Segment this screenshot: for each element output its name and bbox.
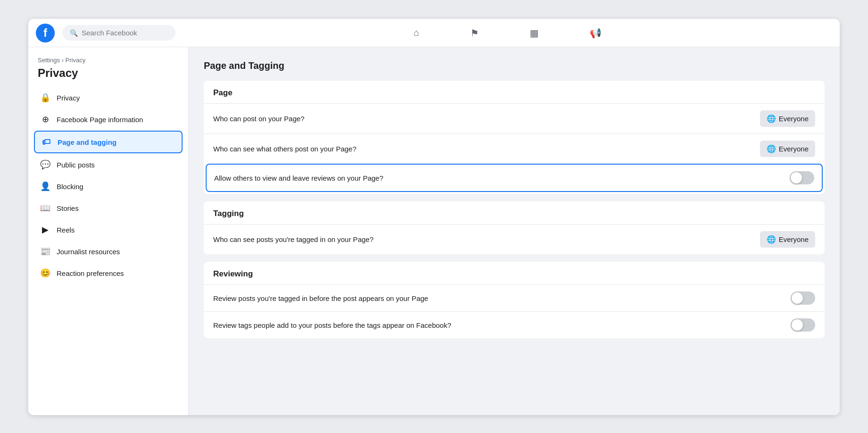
- tagging-section-card: Tagging Who can see posts you're tagged …: [204, 201, 825, 254]
- review-tagged-posts-toggle[interactable]: [791, 291, 815, 305]
- analytics-nav-button[interactable]: ▦: [518, 24, 550, 42]
- book-icon: 📖: [40, 202, 51, 214]
- flag-nav-button[interactable]: ⚑: [459, 24, 490, 42]
- who-can-post-label: Who can post on your Page?: [213, 115, 760, 123]
- tagging-section-header: Tagging: [204, 201, 825, 224]
- allow-reviews-row: Allow others to view and leave reviews o…: [206, 164, 823, 192]
- who-can-post-value: Everyone: [779, 115, 809, 123]
- globe-icon-1: 🌐: [767, 114, 776, 123]
- lock-icon: 🔒: [40, 92, 51, 103]
- sidebar-item-public-posts-label: Public posts: [57, 161, 95, 169]
- who-can-see-tagged-button[interactable]: 🌐 Everyone: [760, 231, 815, 248]
- megaphone-nav-button[interactable]: 📢: [578, 24, 613, 42]
- sidebar-item-stories[interactable]: 📖 Stories: [34, 198, 183, 218]
- person-block-icon: 👤: [40, 181, 51, 192]
- review-tags-toggle[interactable]: [791, 318, 815, 332]
- sidebar-item-page-tagging[interactable]: 🏷 Page and tagging: [34, 131, 183, 153]
- review-tagged-posts-row: Review posts you're tagged in before the…: [204, 284, 825, 311]
- allow-reviews-toggle[interactable]: [790, 171, 814, 184]
- reviewing-section-card: Reviewing Review posts you're tagged in …: [204, 262, 825, 338]
- sidebar-item-public-posts[interactable]: 💬 Public posts: [34, 154, 183, 175]
- who-can-see-others-button[interactable]: 🌐 Everyone: [760, 141, 815, 157]
- search-bar[interactable]: 🔍: [62, 25, 175, 41]
- who-can-see-others-row: Who can see what others post on your Pag…: [204, 133, 825, 164]
- review-tagged-posts-label: Review posts you're tagged in before the…: [213, 294, 791, 302]
- sidebar-item-page-tagging-label: Page and tagging: [58, 138, 117, 146]
- breadcrumb: Settings › Privacy: [34, 57, 183, 64]
- globe-icon-2: 🌐: [767, 144, 776, 153]
- who-can-see-others-value: Everyone: [779, 145, 809, 153]
- who-can-post-row: Who can post on your Page? 🌐 Everyone: [204, 103, 825, 133]
- sidebar-item-fb-page-info[interactable]: ⊕ Facebook Page information: [34, 109, 183, 130]
- sidebar-item-fb-page-label: Facebook Page information: [57, 116, 143, 124]
- sidebar-item-blocking-label: Blocking: [57, 183, 83, 191]
- comment-icon: 💬: [40, 159, 51, 170]
- page-section-card: Page Who can post on your Page? 🌐 Everyo…: [204, 81, 825, 194]
- who-can-post-button[interactable]: 🌐 Everyone: [760, 110, 815, 127]
- page-title: Page and Tagging: [204, 60, 825, 71]
- play-icon: ▶: [40, 224, 51, 235]
- who-can-see-others-label: Who can see what others post on your Pag…: [213, 145, 760, 153]
- who-can-see-tagged-row: Who can see posts you're tagged in on yo…: [204, 224, 825, 254]
- sidebar-item-journalist-label: Journalist resources: [57, 248, 120, 256]
- sidebar-item-reaction-prefs[interactable]: 😊 Reaction preferences: [34, 263, 183, 283]
- content-area: Page and Tagging Page Who can post on yo…: [189, 47, 840, 415]
- sidebar-item-stories-label: Stories: [57, 204, 79, 212]
- reviewing-section-header: Reviewing: [204, 262, 825, 284]
- sidebar-item-privacy-label: Privacy: [57, 94, 80, 102]
- search-icon: 🔍: [70, 29, 78, 37]
- review-tags-label: Review tags people add to your posts bef…: [213, 321, 791, 329]
- sidebar: Settings › Privacy Privacy 🔒 Privacy ⊕ F…: [28, 47, 189, 415]
- who-can-see-tagged-label: Who can see posts you're tagged in on yo…: [213, 235, 760, 243]
- newspaper-icon: 📰: [40, 246, 51, 257]
- search-input[interactable]: [82, 29, 168, 37]
- sidebar-item-reels[interactable]: ▶ Reels: [34, 219, 183, 240]
- sidebar-item-reels-label: Reels: [57, 226, 75, 234]
- home-nav-button[interactable]: ⌂: [402, 24, 431, 42]
- review-tags-row: Review tags people add to your posts bef…: [204, 311, 825, 338]
- allow-reviews-label: Allow others to view and leave reviews o…: [214, 174, 790, 182]
- tag-icon: 🏷: [41, 136, 52, 148]
- emoji-icon: 😊: [40, 267, 51, 279]
- nav-icons-group: ⌂ ⚑ ▦ 📢: [183, 24, 832, 42]
- sidebar-item-reaction-prefs-label: Reaction preferences: [57, 269, 124, 277]
- topbar: f 🔍 ⌂ ⚑ ▦ 📢: [28, 19, 840, 47]
- globe-icon-3: 🌐: [767, 235, 776, 244]
- facebook-circle-icon: ⊕: [40, 114, 51, 125]
- page-section-header: Page: [204, 81, 825, 103]
- sidebar-item-blocking[interactable]: 👤 Blocking: [34, 176, 183, 197]
- sidebar-title: Privacy: [34, 67, 183, 80]
- sidebar-item-journalist[interactable]: 📰 Journalist resources: [34, 241, 183, 262]
- sidebar-item-privacy[interactable]: 🔒 Privacy: [34, 87, 183, 108]
- who-can-see-tagged-value: Everyone: [779, 235, 809, 243]
- facebook-logo[interactable]: f: [36, 24, 55, 42]
